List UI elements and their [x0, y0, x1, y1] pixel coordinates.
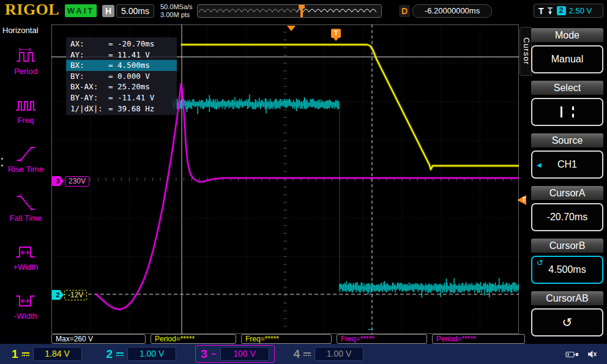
menu-section-source: Source ◀CH1 — [531, 133, 603, 179]
menu-section-mode: Mode Manual — [531, 28, 603, 73]
cursorb-button[interactable]: ↺4.500ms — [531, 256, 603, 284]
cursor-readout-row: BY-AY: = -11.41 V — [66, 92, 177, 103]
left-menu-title: Horizontal — [0, 22, 51, 36]
memory-depth: 3.00M pts — [160, 11, 193, 19]
falling-edge-icon — [547, 7, 554, 15]
channel-number: 1 — [12, 347, 18, 361]
sidebar-item--width[interactable]: -Width — [0, 281, 51, 330]
cursor-b-move-icon: ↔ — [367, 324, 374, 333]
sidebar-item--width[interactable]: +Width — [0, 232, 51, 281]
menu-section-header: Source — [531, 133, 603, 147]
menu-section-cursorab: CursorAB ↺ — [531, 291, 603, 336]
cursor-readout-value: = -11.41 V — [108, 92, 154, 103]
measurement-icon — [14, 192, 37, 213]
sample-rate: 50.0MSa/s — [160, 3, 193, 11]
menu-section-header: Mode — [531, 28, 603, 42]
ch2-level-label: -12V — [64, 290, 87, 300]
menu-section-value: 4.500ms — [548, 264, 586, 275]
sidebar-item-freq[interactable]: Freq — [0, 85, 51, 134]
menu-section-header: CursorA — [531, 186, 603, 200]
cursor-readout-box: AX: = -20.70ms AY: = 11.41 V BX: = 4.500… — [66, 37, 177, 115]
mode-button[interactable]: Manual — [531, 45, 603, 73]
channel-scale-value: 1.00 V — [315, 347, 363, 361]
cursor-readout-value: = 39.68 Hz — [108, 103, 154, 114]
cursor-readout-value: = 4.500ms — [108, 60, 150, 71]
cursor-readout-row: BX: = 4.500ms — [66, 60, 177, 71]
top-bar: RIGOL WAIT H 5.00ms 50.0MSa/s 3.00M pts … — [0, 0, 607, 22]
cursor-readout-value: = 0.000 V — [108, 71, 150, 82]
menu-section-header: Select — [531, 81, 603, 95]
window-position-marker[interactable] — [300, 5, 303, 17]
sidebar-item-period[interactable]: Period — [0, 36, 51, 85]
cursor-readout-row: AY: = 11.41 V — [66, 50, 177, 61]
trigger-time-flag[interactable]: T — [331, 29, 341, 38]
channel-1-status[interactable]: 1 1.84 V — [6, 345, 88, 363]
channel-4-status[interactable]: 4 1.00 V — [288, 345, 370, 363]
delay-readout: D -6.20000000ms — [399, 4, 492, 18]
delay-value: -6.20000000ms — [412, 4, 492, 18]
delay-position-triangle[interactable] — [287, 26, 296, 31]
cursora-button[interactable]: -20.70ms — [531, 203, 603, 231]
horizontal-label: H — [102, 5, 114, 17]
measurement-readout: Freq=***** — [337, 334, 427, 344]
cursor-readout-value: = 25.20ms — [108, 81, 150, 92]
status-bar: 1 1.84 V 2 1.00 V 3 ~ 100 V 4 1.00 V — [0, 344, 607, 364]
cursor-readout-label: BY-AY: — [70, 92, 108, 103]
measurement-readout: Period=***** — [151, 334, 236, 344]
menu-section-value: -20.70ms — [547, 212, 588, 223]
channel-number: 4 — [294, 347, 300, 361]
cursor-readout-row: AX: = -20.70ms — [66, 39, 177, 50]
dc-coupling-icon — [116, 352, 124, 356]
menu-section-header: CursorAB — [531, 291, 603, 305]
cursor-readout-label: AY: — [70, 50, 108, 61]
rigol-logo: RIGOL — [5, 1, 59, 19]
acquisition-info: 50.0MSa/s 3.00M pts — [160, 3, 193, 19]
ac-coupling-icon: ~ — [211, 349, 217, 359]
menu-section-value: CH1 — [557, 159, 577, 170]
channel-number: 2 — [106, 347, 113, 361]
channel-3-status[interactable]: 3 ~ 100 V — [195, 345, 274, 363]
measurement-icon — [14, 45, 37, 66]
channel-2-status[interactable]: 2 1.00 V — [101, 345, 182, 363]
menu-tab-cursor[interactable]: Cursor — [519, 27, 532, 76]
cursor-readout-value: = 11.41 V — [108, 50, 150, 61]
delay-label: D — [399, 5, 410, 17]
cursor-readout-value: = -20.70ms — [108, 39, 154, 50]
cursor-menu-panel: Mode Manual Select Source ◀CH1 CursorA -… — [531, 28, 603, 344]
cursor-b-line-icon — [572, 106, 574, 117]
sidebar-item-label: Period — [14, 67, 37, 76]
cursor-readout-label: AX: — [70, 39, 108, 50]
cursorab-button[interactable]: ↺ — [531, 308, 603, 336]
cursor-readout-label: BX-AX: — [70, 81, 108, 92]
sidebar-item-rise-time[interactable]: Rise Time — [0, 134, 51, 183]
cursor-readout-label: BX: — [70, 60, 108, 71]
trigger-label: T — [538, 6, 544, 16]
channel-scale-value: 100 V — [220, 347, 269, 361]
memory-waveform-icon — [198, 5, 380, 16]
sidebar-item-label: -Width — [14, 311, 37, 321]
measurement-readout: Period=***** — [432, 334, 525, 344]
menu-section-cursora: CursorA -20.70ms — [531, 186, 603, 231]
sidebar-item-fall-time[interactable]: Fall Time — [0, 183, 51, 232]
trigger-status-group[interactable]: T 2 2.50 V — [534, 4, 603, 18]
trace-ch2 — [173, 95, 519, 298]
dc-coupling-icon — [304, 352, 311, 356]
system-icons — [565, 350, 601, 358]
cursor-readout-label: 1/|dX|: — [70, 103, 108, 114]
horizontal-position-strip[interactable] — [197, 4, 382, 18]
measurement-readout: Max=260 V — [51, 334, 146, 344]
cursor-readout-row: BY: = 0.000 V — [66, 71, 177, 82]
measurement-icon — [14, 241, 37, 262]
sidebar-item-label: Rise Time — [8, 165, 43, 174]
graticule[interactable]: AX: = -20.70ms AY: = 11.41 V BX: = 4.500… — [51, 24, 519, 334]
channel-scale-value: 1.00 V — [127, 347, 176, 361]
source-button[interactable]: ◀CH1 — [531, 150, 603, 179]
ch3-level-label: 230V — [65, 176, 89, 187]
left-arrow-icon: ◀ — [537, 162, 542, 168]
channel-number: 3 — [201, 347, 207, 361]
horizontal-scale-group[interactable]: H 5.00ms — [102, 4, 154, 18]
cursor-readout-row: BX-AX: = 25.20ms — [66, 81, 177, 92]
sidebar-item-label: +Width — [13, 262, 39, 272]
speaker-muted-icon — [587, 350, 597, 358]
select-button[interactable] — [531, 98, 603, 126]
